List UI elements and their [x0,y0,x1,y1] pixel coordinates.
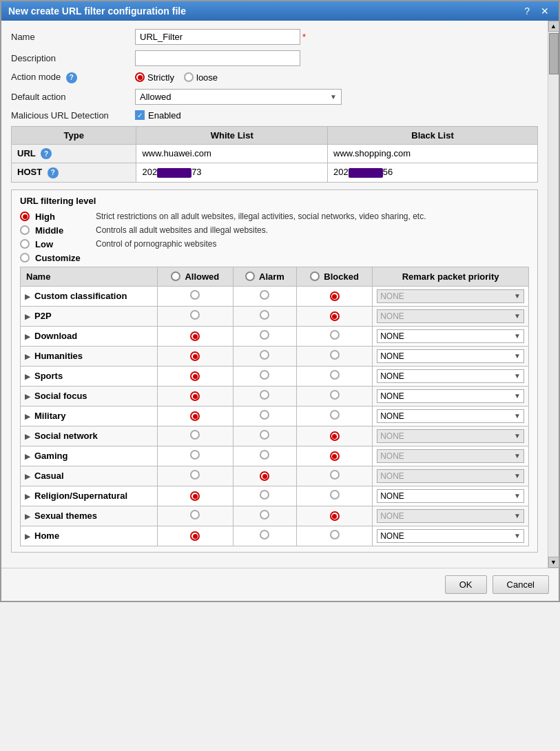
blocked-radio[interactable] [330,490,340,500]
alarm-cell[interactable] [233,326,296,346]
loose-radio[interactable] [184,72,194,82]
expand-arrow-icon[interactable]: ▶ [25,413,32,420]
remark-select[interactable]: NONE▼ [377,449,524,463]
expand-arrow-icon[interactable]: ▶ [25,513,32,519]
blocked-radio[interactable] [330,330,340,340]
remark-cell[interactable]: NONE▼ [373,326,529,346]
expand-arrow-icon[interactable]: ▶ [25,493,32,500]
allowed-cell[interactable] [157,406,233,426]
remark-select[interactable]: NONE▼ [377,509,524,523]
blocked-radio[interactable] [330,350,340,360]
remark-cell[interactable]: NONE▼ [373,486,529,506]
remark-select[interactable]: NONE▼ [377,429,524,443]
ok-button[interactable]: OK [445,575,487,594]
remark-cell[interactable]: NONE▼ [373,386,529,406]
alarm-radio[interactable] [260,510,269,519]
allowed-cell[interactable] [157,446,233,466]
scroll-thumb[interactable] [549,33,559,74]
blocked-cell[interactable] [296,286,372,306]
alarm-cell[interactable] [233,466,296,486]
expand-arrow-icon[interactable]: ▶ [25,533,32,539]
allowed-radio[interactable] [190,491,200,501]
alarm-radio[interactable] [260,290,269,300]
allowed-cell[interactable] [157,506,233,526]
url-info-icon[interactable]: ? [41,148,52,159]
expand-arrow-icon[interactable]: ▶ [25,333,32,340]
remark-select[interactable]: NONE▼ [377,489,524,503]
allowed-radio[interactable] [190,351,200,361]
allowed-cell[interactable] [157,286,233,306]
allowed-radio[interactable] [190,470,200,480]
blocked-cell[interactable] [296,426,372,446]
remark-select[interactable]: NONE▼ [377,329,524,343]
high-radio[interactable] [20,212,30,221]
host-info-icon[interactable]: ? [48,167,59,178]
remark-cell[interactable]: NONE▼ [373,306,529,326]
allowed-radio[interactable] [190,411,200,421]
remark-select[interactable]: NONE▼ [377,349,524,363]
middle-radio[interactable] [20,225,30,235]
customize-radio[interactable] [20,253,30,263]
alarm-cell[interactable] [233,486,296,506]
remark-cell[interactable]: NONE▼ [373,346,529,366]
blocked-radio[interactable] [330,291,340,301]
low-radio[interactable] [20,239,30,249]
remark-cell[interactable]: NONE▼ [373,466,529,486]
remark-select[interactable]: NONE▼ [377,469,524,483]
middle-label[interactable]: Middle [35,225,90,236]
blocked-cell[interactable] [296,466,372,486]
alarm-cell[interactable] [233,306,296,326]
remark-cell[interactable]: NONE▼ [373,446,529,466]
alarm-radio[interactable] [260,490,269,500]
malicious-checkbox-icon[interactable]: ✓ [135,110,145,120]
high-label[interactable]: High [35,212,90,222]
expand-arrow-icon[interactable]: ▶ [25,393,32,400]
alarm-cell[interactable] [233,506,296,526]
allowed-radio[interactable] [190,450,200,460]
expand-arrow-icon[interactable]: ▶ [25,353,32,360]
alarm-radio[interactable] [260,330,269,340]
blocked-radio[interactable] [330,470,340,480]
blocked-cell[interactable] [296,446,372,466]
blocked-cell[interactable] [296,306,372,326]
remark-cell[interactable]: NONE▼ [373,426,529,446]
action-mode-info-icon[interactable]: ? [66,72,77,83]
allowed-radio[interactable] [190,430,200,440]
allowed-radio[interactable] [190,371,200,381]
allowed-cell[interactable] [157,366,233,386]
remark-cell[interactable]: NONE▼ [373,366,529,386]
remark-select[interactable]: NONE▼ [377,309,524,323]
alarm-radio[interactable] [260,530,269,539]
alarm-radio[interactable] [260,350,269,360]
blocked-cell[interactable] [296,366,372,386]
alarm-radio[interactable] [260,390,269,400]
all-alarm-radio[interactable] [245,271,255,281]
allowed-cell[interactable] [157,486,233,506]
remark-select[interactable]: NONE▼ [377,389,524,403]
customize-label[interactable]: Customize [35,253,90,263]
allowed-radio[interactable] [190,510,200,519]
blocked-radio[interactable] [330,530,340,539]
remark-select[interactable]: NONE▼ [377,409,524,423]
blocked-cell[interactable] [296,346,372,366]
remark-select[interactable]: NONE▼ [377,369,524,383]
expand-arrow-icon[interactable]: ▶ [25,433,32,440]
expand-arrow-icon[interactable]: ▶ [25,313,32,320]
blocked-cell[interactable] [296,526,372,546]
blocked-cell[interactable] [296,326,372,346]
scrollbar[interactable]: ▲ ▼ [548,21,559,568]
blocked-cell[interactable] [296,406,372,426]
allowed-cell[interactable] [157,426,233,446]
allowed-radio[interactable] [190,531,200,541]
allowed-cell[interactable] [157,346,233,366]
remark-cell[interactable]: NONE▼ [373,406,529,426]
name-input[interactable] [135,29,300,45]
remark-select[interactable]: NONE▼ [377,289,524,303]
blocked-radio[interactable] [330,390,340,400]
alarm-cell[interactable] [233,286,296,306]
blocked-radio[interactable] [330,311,340,321]
all-allowed-radio[interactable] [171,271,180,281]
alarm-radio[interactable] [260,471,269,481]
allowed-radio[interactable] [190,331,200,341]
allowed-cell[interactable] [157,326,233,346]
